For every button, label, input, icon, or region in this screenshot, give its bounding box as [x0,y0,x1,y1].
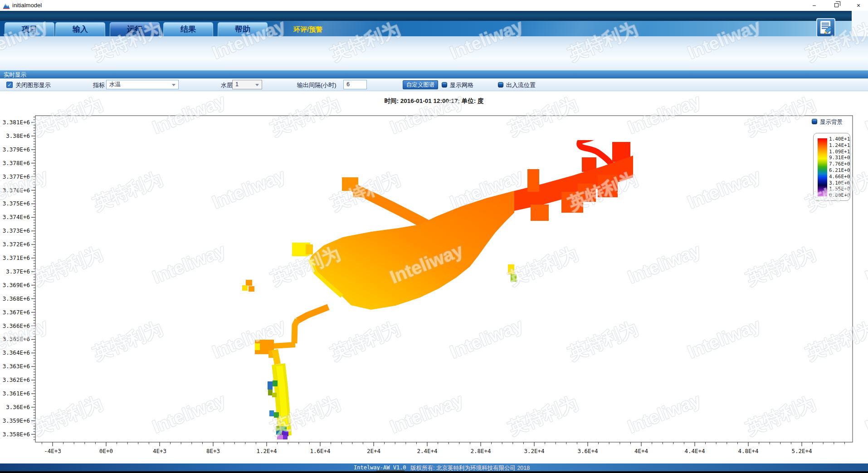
legend-value: 9.31E+0 [829,155,850,161]
svg-text:3.364E+6: 3.364E+6 [3,349,30,356]
legend-value: 6.21E+0 [829,167,850,174]
svg-text:3.363E+6: 3.363E+6 [3,363,30,370]
status-bar: Intelway-AW V1.0 版权所有: 北京英特利为环境科技有限公司 20… [0,463,868,471]
svg-text:3.369E+6: 3.369E+6 [3,282,30,288]
realtime-controls: ✓ 关闭图形显示 指标 水温 水层 1 输出间隔(小时) 6 自定义图谱 显示网… [0,78,868,91]
tab-ribbon: 项目输入运行结果帮助 环评/预警 [0,21,852,36]
legend-value: 7.76E+0 [829,161,850,167]
temperature-region [276,426,281,431]
layer-value: 1 [235,81,239,88]
title-bar: initialmodel − × [0,0,868,11]
svg-text:3.377E+6: 3.377E+6 [3,173,30,180]
heatmap-chart: -4E+30E+04E+38E+31.2E+41.6E+42E+42.4E+42… [0,91,868,463]
temperature-region [268,381,273,390]
temperature-region [249,286,254,292]
interval-input[interactable]: 6 [343,80,367,89]
svg-text:3.6E+4: 3.6E+4 [577,448,598,454]
show-grid-label: 显示网格 [450,81,473,89]
tab-env-warning[interactable]: 环评/预警 [293,25,322,34]
legend-value: 1.40E+1 [829,136,850,142]
document-edit-icon[interactable] [816,18,835,37]
svg-text:3.376E+6: 3.376E+6 [3,187,30,194]
svg-text:3.381E+6: 3.381E+6 [3,119,30,126]
chart-area: 时间: 2016-01-01 12:00:17; 单位: 度 -4E+30E+0… [0,91,868,463]
chevron-down-icon [172,84,176,86]
temperature-region [527,169,539,192]
window-title: initialmodel [12,2,42,9]
inout-flow-checkbox[interactable] [498,82,503,88]
svg-text:3.366E+6: 3.366E+6 [3,322,30,329]
layer-label: 水层 [221,81,233,89]
inout-flow-label: 出入流位置 [506,81,536,89]
svg-text:-4E+3: -4E+3 [44,448,61,454]
legend-value: 1.24E+1 [829,142,850,149]
temperature-region [508,264,514,274]
svg-text:3.365E+6: 3.365E+6 [3,336,30,342]
show-background-checkbox[interactable] [812,119,817,124]
chevron-down-icon [255,84,259,86]
temperature-region [281,426,287,431]
custom-colormap-button[interactable]: 自定义图谱 [403,80,438,89]
svg-text:4E+3: 4E+3 [153,448,166,454]
realtime-display-header: 实时显示 [0,70,868,78]
svg-text:8E+3: 8E+3 [206,448,220,454]
legend-value: 3.10E+0 [829,180,850,186]
colorbar-legend: 1.40E+11.24E+11.09E+19.31E+07.76E+06.21E… [813,133,850,201]
indicator-select[interactable]: 水温 [106,80,179,89]
show-grid-checkbox[interactable] [442,82,447,88]
svg-text:3.374E+6: 3.374E+6 [3,214,30,220]
colorbar-gradient [818,138,827,196]
ribbon-right-panel [852,11,868,36]
legend-value: 0.00E+0 [829,192,850,199]
svg-text:1.6E+4: 1.6E+4 [310,448,330,454]
layer-select[interactable]: 1 [232,80,262,89]
svg-text:3.372E+6: 3.372E+6 [3,241,30,248]
temperature-region [277,435,283,439]
svg-text:3.38E+6: 3.38E+6 [6,132,30,139]
svg-text:3.379E+6: 3.379E+6 [3,146,30,153]
close-graphics-label: 关闭图形显示 [15,81,51,89]
svg-text:3.358E+6: 3.358E+6 [3,431,30,438]
app-icon [3,2,10,9]
colorbar-values: 1.40E+11.24E+11.09E+19.31E+07.76E+06.21E… [829,136,850,199]
svg-text:3.362E+6: 3.362E+6 [3,376,30,383]
svg-text:3.2E+4: 3.2E+4 [524,448,544,454]
show-background-label: 显示背景 [820,119,843,125]
temperature-region [255,343,260,350]
svg-text:3.375E+6: 3.375E+6 [3,200,30,207]
app-version-label: Intelway-AW V1.0 [354,464,406,471]
temperature-region [561,192,583,213]
tab-input[interactable]: 输入 [55,22,105,36]
tab-run[interactable]: 运行 [110,22,160,36]
restore-button[interactable] [830,1,844,10]
legend-value: 1.09E+1 [829,149,850,155]
close-graphics-checkbox[interactable]: ✓ [6,82,13,88]
tab-results[interactable]: 结果 [163,22,213,36]
temperature-region [275,350,278,364]
interval-label: 输出间隔(小时) [297,81,336,89]
temperature-region [276,430,281,435]
temperature-region [531,205,549,221]
temperature-region [274,412,279,418]
svg-text:3.373E+6: 3.373E+6 [3,227,30,234]
temperature-region [246,280,252,286]
temperature-region [273,380,278,386]
tab-help[interactable]: 帮助 [218,22,268,36]
svg-text:4E+4: 4E+4 [634,448,648,454]
restore-icon [834,3,839,7]
svg-text:3.367E+6: 3.367E+6 [3,309,30,316]
svg-text:0E+0: 0E+0 [99,448,113,454]
show-background-toggle[interactable]: 显示背景 [812,118,843,126]
temperature-region [283,435,288,439]
svg-text:4.4E+4: 4.4E+4 [684,448,705,454]
svg-text:4.8E+4: 4.8E+4 [738,448,758,454]
tab-project[interactable]: 项目 [5,22,54,36]
run-toolbar: 运行模型 已运行 0%。 暂停运行 终止运行 错误信息 [0,36,868,70]
svg-text:3.378E+6: 3.378E+6 [3,160,30,166]
svg-text:5.2E+4: 5.2E+4 [791,448,812,454]
svg-text:3.371E+6: 3.371E+6 [3,254,30,261]
svg-text:1.2E+4: 1.2E+4 [256,448,277,454]
minimize-button[interactable]: − [807,1,821,10]
temperature-region [242,285,248,291]
close-button[interactable]: × [852,1,865,10]
